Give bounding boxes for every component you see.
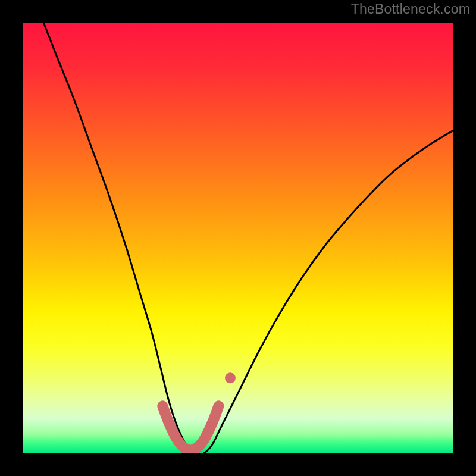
curve-layer [23, 23, 453, 453]
watermark-text: TheBottleneck.com [351, 1, 470, 17]
chart-frame: TheBottleneck.com [0, 0, 476, 476]
highlight-band [162, 406, 218, 450]
highlight-dot [225, 372, 236, 383]
bottleneck-curve [23, 23, 453, 453]
plot-area [23, 23, 453, 453]
